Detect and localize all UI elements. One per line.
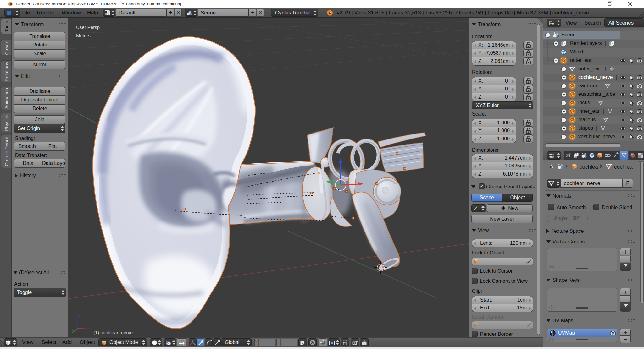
svg-text:y: y <box>72 328 74 333</box>
svg-text:i: i <box>8 11 10 15</box>
svg-text:z: z <box>78 314 80 318</box>
svg-text:x: x <box>88 327 90 331</box>
